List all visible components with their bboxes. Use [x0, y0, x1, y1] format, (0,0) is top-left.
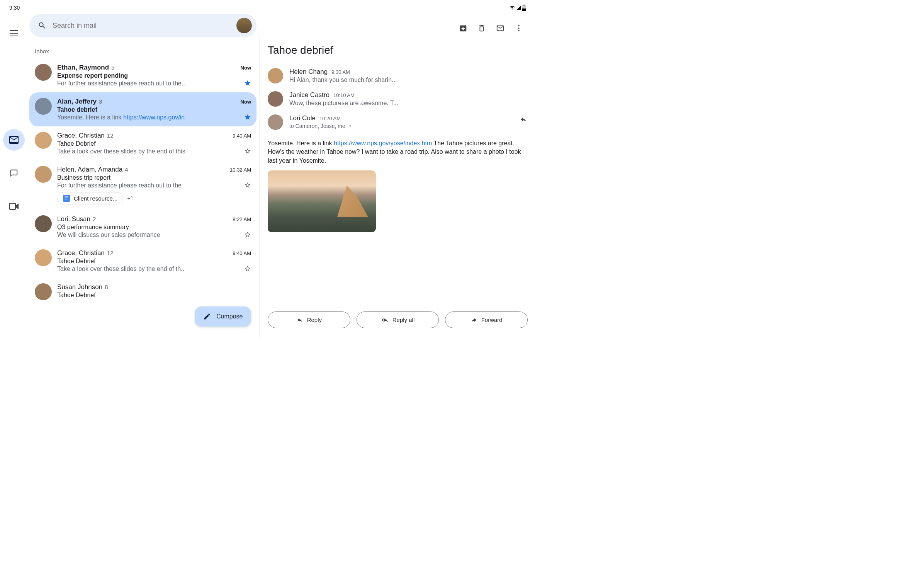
thread-time: 9:40 AM	[233, 133, 251, 139]
thread-subject: Tahoe Debrief	[57, 258, 251, 265]
message-time: 10:10 AM	[333, 92, 355, 98]
chip-label: Client resource...	[74, 195, 117, 202]
chevron-down-icon	[348, 123, 353, 129]
thread-item[interactable]: Alan, Jeffery3 Now Tahoe debrief Yosemit…	[29, 92, 256, 126]
thread-time: 9:40 AM	[233, 250, 251, 256]
thread-time: 10:32 AM	[230, 167, 251, 173]
star-outline-icon	[244, 231, 251, 238]
sender-avatar	[35, 283, 52, 300]
thread-item[interactable]: Grace, Christian12 9:40 AM Tahoe Debrief…	[29, 244, 256, 278]
thread-sender: Grace, Christian12	[57, 132, 114, 140]
message-sender: Janice Castro	[289, 91, 330, 99]
star-button[interactable]	[244, 148, 251, 155]
thread-item[interactable]: Susan Johnson8 Tahoe Debrief	[29, 278, 256, 306]
menu-button[interactable]	[10, 30, 18, 36]
compose-button[interactable]: Compose	[195, 306, 251, 327]
star-button[interactable]	[244, 80, 251, 87]
star-filled-icon	[244, 114, 251, 121]
pencil-icon	[203, 313, 211, 320]
archive-button[interactable]	[459, 24, 467, 32]
star-outline-icon	[244, 148, 251, 155]
message-sender: Helen Chang	[289, 68, 328, 76]
thread-sender: Ethan, Raymond5	[57, 64, 114, 71]
profile-avatar[interactable]	[236, 18, 252, 33]
thread-sender: Grace, Christian12	[57, 249, 114, 257]
star-button[interactable]	[244, 182, 251, 189]
forward-icon	[470, 317, 477, 323]
mark-unread-button[interactable]	[496, 24, 504, 32]
svg-point-4	[518, 25, 520, 27]
star-outline-icon	[244, 182, 251, 189]
delete-button[interactable]	[477, 24, 486, 32]
thread-item[interactable]: Ethan, Raymond5 Now Expense report pendi…	[29, 58, 256, 92]
search-input[interactable]	[53, 22, 230, 30]
mail-icon	[496, 24, 504, 32]
star-outline-icon	[244, 265, 251, 272]
thread-item[interactable]: Helen, Adam, Amanda4 10:32 AM Business t…	[29, 160, 256, 210]
thread-item[interactable]: Lori, Susan2 8:22 AM Q3 performance summ…	[29, 210, 256, 244]
svg-point-6	[518, 30, 520, 32]
thread-snippet: For further assistance please reach out …	[57, 80, 185, 87]
thread-sender: Helen, Adam, Amanda4	[57, 166, 128, 174]
sender-avatar	[35, 132, 52, 149]
thread-time: Now	[241, 99, 251, 105]
reply-all-button[interactable]: Reply all	[357, 311, 439, 328]
thread-snippet: Take a look over these slides by the end…	[57, 265, 184, 272]
message-avatar	[268, 91, 283, 107]
search-icon	[38, 21, 46, 30]
attachment-chip[interactable]: Client resource...	[57, 192, 123, 204]
status-time: 9:30	[9, 5, 20, 11]
search-bar[interactable]	[29, 14, 256, 37]
body-link[interactable]: https://www.nps.gov/yose/index.htm	[334, 140, 432, 146]
snippet-link[interactable]: https://www.nps.gov/in	[123, 114, 185, 121]
thread-sender: Lori, Susan2	[57, 215, 96, 223]
thread-time: 8:22 AM	[233, 216, 251, 222]
reply-icon-button[interactable]	[519, 114, 528, 123]
thread-snippet: We will disucss our sales peformance	[57, 231, 160, 238]
thread-time: Now	[241, 65, 251, 71]
star-button[interactable]	[244, 231, 251, 238]
thread-subject: Q3 performance summary	[57, 224, 251, 231]
more-vert-icon	[515, 24, 523, 32]
star-button[interactable]	[244, 114, 251, 121]
message-time: 10:20 AM	[319, 116, 341, 121]
sender-avatar	[35, 64, 52, 81]
thread-item[interactable]: Grace, Christian12 9:40 AM Tahoe Debrief…	[29, 126, 256, 160]
nav-mail[interactable]	[3, 129, 25, 151]
svg-point-5	[518, 27, 520, 29]
star-filled-icon	[244, 80, 251, 87]
trash-icon	[477, 24, 486, 32]
svg-rect-2	[523, 5, 525, 5]
thread-subject: Tahoe debrief	[57, 106, 251, 113]
message-avatar	[268, 114, 283, 130]
nav-chat[interactable]	[3, 162, 25, 184]
svg-rect-1	[522, 9, 526, 11]
star-button[interactable]	[244, 265, 251, 272]
archive-icon	[459, 24, 467, 32]
conversation-subject: Tahoe debrief	[268, 40, 528, 64]
thread-snippet: Yosemite. Here is a link https://www.nps…	[57, 114, 185, 121]
thread-sender: Susan Johnson8	[57, 283, 108, 291]
video-icon	[9, 203, 19, 210]
attached-image[interactable]	[268, 170, 376, 232]
thread-list: Ethan, Raymond5 Now Expense report pendi…	[29, 58, 256, 337]
mail-icon	[9, 136, 19, 144]
sender-avatar	[35, 166, 52, 183]
message-collapsed[interactable]: Janice Castro 10:10 AM Wow, these pictur…	[268, 87, 528, 111]
thread-snippet: For further assistance please reach out …	[57, 182, 182, 189]
message-collapsed[interactable]: Helen Chang 9:30 AM Hi Alan, thank you s…	[268, 64, 528, 87]
message-time: 9:30 AM	[331, 69, 350, 75]
chat-icon	[10, 169, 18, 177]
message-recipients[interactable]: to Cameron, Jesse, me	[289, 123, 353, 129]
sender-avatar	[35, 98, 52, 115]
forward-button[interactable]: Forward	[445, 311, 528, 328]
section-label: Inbox	[29, 48, 256, 58]
reply-button[interactable]: Reply	[268, 311, 350, 328]
message-expanded: Lori Cole 10:20 AM to Cameron, Jesse, me	[268, 111, 528, 134]
signal-icon	[516, 5, 521, 10]
nav-meet[interactable]	[3, 196, 25, 217]
thread-sender: Alan, Jeffery3	[57, 98, 102, 106]
thread-subject: Business trip report	[57, 174, 251, 181]
reply-icon	[519, 116, 528, 123]
more-button[interactable]	[515, 24, 523, 32]
